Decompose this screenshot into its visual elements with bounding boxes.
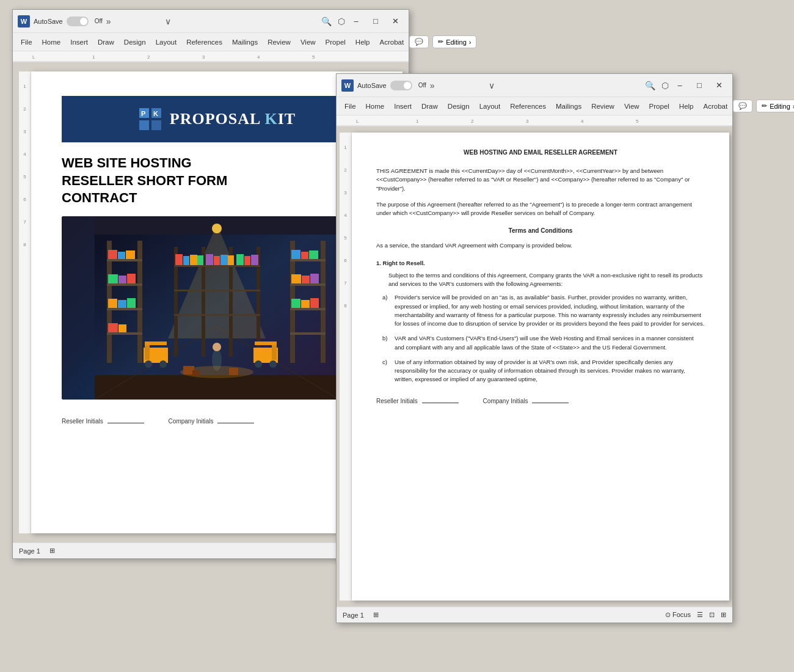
menu-design-2[interactable]: Design <box>443 101 474 112</box>
doc-main-title: WEB HOSTING AND EMAIL RESELLER AGREEMENT <box>376 148 705 157</box>
svg-text:4: 4 <box>581 119 584 124</box>
svg-rect-35 <box>118 300 126 308</box>
menu-help-2[interactable]: Help <box>675 101 698 112</box>
menu-review-2[interactable]: Review <box>587 101 619 112</box>
view-icon-4[interactable]: ☰ <box>697 611 703 619</box>
page-info-2: Page 1 <box>343 612 364 619</box>
maximize-btn-1[interactable]: □ <box>367 13 384 30</box>
menu-review-1[interactable]: Review <box>263 37 295 48</box>
svg-rect-48 <box>291 274 301 283</box>
menu-propel-2[interactable]: Propel <box>645 101 674 112</box>
menu-layout-1[interactable]: Layout <box>151 37 181 48</box>
svg-rect-61 <box>175 254 183 265</box>
doc-content-2: WEB HOSTING AND EMAIL RESELLER AGREEMENT… <box>376 148 705 406</box>
svg-rect-29 <box>118 252 125 259</box>
doc-item-c: c) Use of any information obtained by wa… <box>395 358 705 384</box>
view-icon-5[interactable]: ⊡ <box>709 611 715 619</box>
menu-view-1[interactable]: View <box>296 37 320 48</box>
svg-rect-28 <box>108 250 117 259</box>
svg-rect-24 <box>107 259 142 261</box>
menu-mailings-1[interactable]: Mailings <box>228 37 262 48</box>
doc-item-c-label: c) <box>382 358 387 367</box>
title-bar-left-1: W AutoSave Off » <box>18 15 165 27</box>
doc-item-a: a) Provider's service will be provided o… <box>395 293 705 328</box>
reseller-initials-label-1: Reseller Initials <box>62 418 144 425</box>
doc-item-b-label: b) <box>382 334 387 343</box>
svg-point-76 <box>159 360 167 368</box>
svg-rect-66 <box>214 256 220 265</box>
title-bar-left-2: W AutoSave Off » <box>341 79 489 92</box>
svg-rect-25 <box>107 283 142 286</box>
nav-back-2[interactable]: ∨ <box>489 81 495 90</box>
close-btn-2[interactable]: ✕ <box>710 77 727 94</box>
menu-layout-2[interactable]: Layout <box>475 101 505 112</box>
maximize-btn-2[interactable]: □ <box>691 77 708 94</box>
svg-rect-26 <box>107 308 142 310</box>
svg-rect-86 <box>229 368 238 375</box>
svg-text:L: L <box>32 54 35 60</box>
comment-btn-1[interactable]: 💬 <box>409 35 429 48</box>
editing-btn-2[interactable]: Editing › <box>756 100 794 112</box>
svg-rect-70 <box>244 256 250 265</box>
menu-draw-1[interactable]: Draw <box>93 37 118 48</box>
nav-more-1[interactable]: » <box>106 16 111 26</box>
ruler-1: L 1 2 3 4 5 <box>13 51 409 62</box>
menu-mailings-2[interactable]: Mailings <box>552 101 586 112</box>
svg-rect-36 <box>127 298 136 308</box>
svg-rect-12 <box>151 120 161 130</box>
menu-insert-2[interactable]: Insert <box>390 101 416 112</box>
minimize-btn-2[interactable]: – <box>671 77 688 94</box>
nav-more-2[interactable]: » <box>430 81 435 90</box>
doc-item-b: b) VAR and VAR's Customers ("VAR's End-U… <box>395 334 705 352</box>
svg-rect-71 <box>251 255 258 265</box>
svg-text:2: 2 <box>147 54 150 60</box>
svg-rect-47 <box>309 250 318 259</box>
ruler-svg-2: L 1 2 3 4 5 <box>337 115 732 126</box>
focus-btn-2[interactable]: ⊙ Focus <box>665 611 691 619</box>
cover-image <box>62 216 372 400</box>
svg-rect-45 <box>291 250 300 259</box>
svg-text:1: 1 <box>92 54 95 60</box>
svg-rect-38 <box>118 324 126 332</box>
svg-rect-60 <box>174 314 260 316</box>
menu-home-1[interactable]: Home <box>38 37 65 48</box>
comment-btn-2[interactable]: 💬 <box>733 100 752 112</box>
close-btn-1[interactable]: ✕ <box>387 13 404 30</box>
svg-rect-43 <box>290 308 326 310</box>
doc-icon-2: ⊞ <box>373 611 379 619</box>
menu-references-1[interactable]: References <box>182 37 227 48</box>
menu-insert-1[interactable]: Insert <box>66 37 92 48</box>
menu-view-2[interactable]: View <box>620 101 644 112</box>
page-info-1: Page 1 <box>19 547 40 555</box>
doc-section-1: 1. Right to Resell. <box>376 259 705 268</box>
menu-draw-2[interactable]: Draw <box>417 101 442 112</box>
svg-point-80 <box>255 360 262 368</box>
menu-help-1[interactable]: Help <box>351 37 374 48</box>
svg-point-75 <box>145 360 152 368</box>
title-line-3: CONTRACT <box>62 189 372 207</box>
minimize-btn-1[interactable]: – <box>348 13 365 30</box>
svg-text:2: 2 <box>471 119 474 124</box>
menu-acrobat-1[interactable]: Acrobat <box>376 37 409 48</box>
svg-rect-87 <box>192 370 200 376</box>
autosave-toggle-2[interactable] <box>390 81 412 90</box>
menu-acrobat-2[interactable]: Acrobat <box>699 101 732 112</box>
search-icon-2[interactable]: 🔍 <box>641 79 659 92</box>
svg-rect-67 <box>220 255 228 265</box>
svg-point-81 <box>269 360 277 368</box>
editing-btn-1[interactable]: Editing › <box>432 35 476 48</box>
menu-design-1[interactable]: Design <box>120 37 150 48</box>
search-icon-1[interactable]: 🔍 <box>318 15 335 28</box>
menu-propel-1[interactable]: Propel <box>321 37 350 48</box>
word-window-2: W AutoSave Off » ∨ 🔍 ⬡ – □ ✕ File Home I… <box>336 73 733 623</box>
nav-back-1[interactable]: ∨ <box>165 16 171 26</box>
menu-file-2[interactable]: File <box>340 101 360 112</box>
toggle-knob-2 <box>404 82 411 89</box>
svg-rect-11 <box>139 120 149 130</box>
autosave-toggle-1[interactable] <box>67 16 89 26</box>
menu-home-2[interactable]: Home <box>362 101 389 112</box>
menu-references-2[interactable]: References <box>506 101 550 112</box>
svg-rect-46 <box>301 252 308 259</box>
view-icon-6[interactable]: ⊞ <box>721 611 726 619</box>
menu-file-1[interactable]: File <box>16 37 37 48</box>
